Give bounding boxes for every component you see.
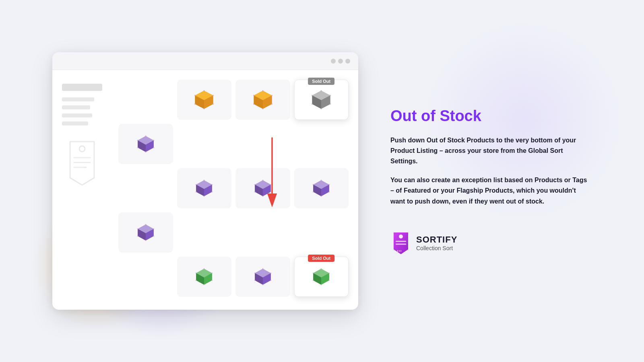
svg-point-50: [211, 191, 213, 193]
svg-point-28: [320, 90, 322, 92]
svg-point-101: [270, 280, 272, 281]
product-card-green-1: [177, 257, 232, 297]
svg-point-0: [79, 146, 85, 152]
product-card-orange-1: [177, 80, 232, 120]
svg-point-79: [153, 228, 155, 230]
svg-point-63: [254, 184, 256, 185]
brand-row: SORTIFY Collection Sort: [390, 231, 592, 255]
svg-point-42: [137, 147, 138, 148]
browser-dot-2: [338, 59, 343, 64]
svg-point-90: [211, 272, 213, 274]
main-container: Sold Out: [40, 52, 604, 310]
svg-point-33: [312, 95, 313, 96]
svg-point-71: [320, 195, 322, 197]
svg-point-100: [270, 272, 272, 274]
svg-point-99: [262, 268, 264, 269]
product-card-empty-2: [118, 168, 173, 208]
svg-point-102: [262, 284, 264, 286]
svg-point-23: [253, 95, 254, 96]
svg-point-73: [313, 184, 314, 185]
svg-point-39: [153, 140, 155, 141]
svg-point-41: [145, 151, 147, 153]
grid-row-3: Sold Out: [118, 257, 349, 310]
svg-point-103: [254, 280, 256, 281]
svg-point-13: [194, 95, 196, 96]
brand-subtitle: Collection Sort: [416, 245, 457, 251]
svg-point-94: [196, 272, 197, 274]
browser-dot-3: [345, 59, 350, 64]
product-card-orange-2: [235, 80, 290, 120]
product-card-purple-1: [118, 124, 173, 164]
svg-point-19: [271, 95, 272, 96]
svg-point-52: [196, 191, 197, 193]
sidebar: [62, 80, 110, 300]
svg-point-104: [254, 272, 256, 274]
sidebar-line-1: [62, 97, 94, 101]
svg-point-49: [211, 184, 213, 185]
svg-point-89: [203, 268, 205, 269]
product-card-empty-1: [118, 80, 173, 120]
svg-point-78: [145, 224, 147, 225]
browser-toolbar: [52, 52, 358, 70]
svg-point-31: [320, 108, 322, 110]
svg-point-48: [203, 179, 205, 181]
svg-point-82: [137, 235, 138, 237]
feature-desc-1: Push down Out of Stock Products to the v…: [390, 135, 592, 167]
browser-content: Sold Out: [52, 70, 358, 310]
svg-point-29: [330, 95, 331, 96]
arrow-area: [118, 168, 349, 253]
svg-point-111: [328, 280, 330, 281]
svg-point-8: [203, 90, 205, 92]
sidebar-title-bar: [62, 84, 102, 91]
feature-desc-2: You can also create an exception list ba…: [390, 175, 592, 207]
grid-row-2: [118, 168, 349, 253]
product-card-purple-mid: [294, 168, 349, 208]
sortify-logo-icon: [390, 231, 411, 255]
svg-point-21: [262, 108, 264, 110]
svg-point-11: [203, 108, 205, 110]
products-area: Sold Out: [118, 80, 349, 300]
svg-point-53: [196, 184, 197, 185]
svg-point-81: [145, 240, 147, 241]
svg-point-91: [211, 280, 213, 281]
product-card-empty-3: [118, 257, 173, 297]
svg-point-69: [328, 184, 330, 185]
svg-point-114: [313, 272, 314, 274]
svg-point-22: [253, 103, 254, 105]
sidebar-line-3: [62, 113, 92, 117]
sidebar-line-2: [62, 105, 90, 109]
svg-point-80: [153, 235, 155, 237]
feature-title: Out of Stock: [390, 107, 592, 125]
brand-text: SORTIFY Collection Sort: [416, 234, 457, 251]
price-tag-icon: [62, 138, 110, 187]
right-panel: Out of Stock Push down Out of Stock Prod…: [390, 107, 592, 255]
svg-point-70: [328, 191, 330, 193]
product-card-soldout-gray: Sold Out: [294, 80, 349, 120]
svg-point-109: [320, 268, 322, 269]
sidebar-line-4: [62, 121, 88, 125]
svg-point-115: [399, 234, 403, 239]
svg-point-68: [320, 179, 322, 181]
brand-name: SORTIFY: [416, 234, 457, 245]
svg-point-110: [328, 272, 330, 274]
svg-point-51: [203, 195, 205, 197]
svg-point-10: [213, 103, 214, 105]
sold-out-badge-gray: Sold Out: [308, 78, 334, 85]
grid-row-1: Sold Out: [118, 80, 349, 164]
svg-point-43: [137, 140, 138, 141]
product-card-soldout-green: Sold Out: [294, 257, 349, 297]
browser-dots: [331, 59, 350, 64]
product-card-empty-4: [118, 301, 173, 310]
product-card-purple-5: [235, 257, 290, 297]
svg-point-20: [271, 103, 272, 105]
svg-point-9: [213, 95, 214, 96]
svg-point-83: [137, 228, 138, 230]
product-card-purple-4: [118, 212, 173, 253]
svg-point-38: [145, 135, 147, 137]
browser-dot-1: [331, 59, 336, 64]
product-card-purple-2: [177, 168, 232, 208]
move-down-arrow: [258, 134, 286, 214]
browser-window: Sold Out: [52, 52, 358, 310]
svg-point-112: [320, 284, 322, 286]
svg-point-62: [254, 191, 256, 193]
